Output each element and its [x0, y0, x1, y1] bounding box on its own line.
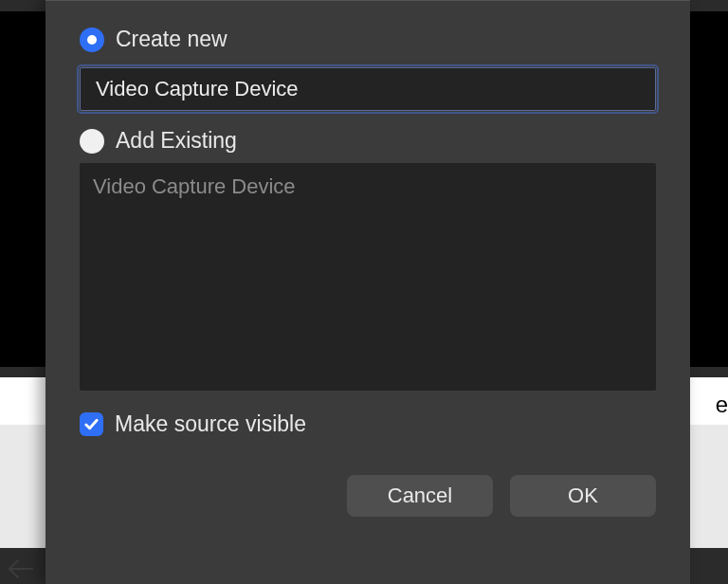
create-new-label: Create new: [116, 27, 228, 52]
existing-sources-list[interactable]: Video Capture Device: [80, 163, 656, 391]
radio-unselected-icon: [80, 129, 104, 154]
add-existing-label: Add Existing: [116, 128, 237, 154]
create-new-radio[interactable]: Create new: [80, 27, 656, 52]
create-source-dialog: Create new Add Existing Video Capture De…: [46, 0, 690, 584]
source-name-input[interactable]: [80, 67, 656, 111]
make-visible-checkbox[interactable]: Make source visible: [80, 411, 656, 437]
back-arrow-icon[interactable]: [6, 557, 34, 584]
radio-selected-icon: [80, 27, 104, 52]
background-partial-text: e: [716, 392, 728, 418]
add-existing-radio[interactable]: Add Existing: [80, 128, 656, 154]
checkbox-checked-icon: [80, 412, 103, 436]
dialog-top-divider: [46, 0, 690, 1]
cancel-button[interactable]: Cancel: [347, 475, 493, 517]
make-visible-label: Make source visible: [115, 411, 306, 437]
ok-button[interactable]: OK: [510, 475, 656, 517]
dialog-button-row: Cancel OK: [80, 475, 656, 517]
list-item[interactable]: Video Capture Device: [93, 173, 643, 201]
